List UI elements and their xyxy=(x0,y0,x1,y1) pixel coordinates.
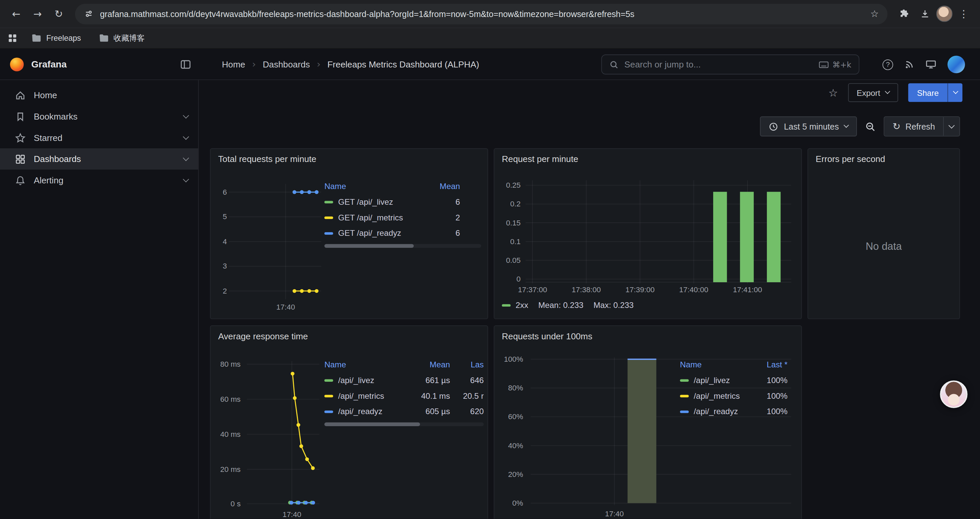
legend-header-mean[interactable]: Mean xyxy=(410,359,450,369)
avg-response-chart[interactable] xyxy=(247,361,319,506)
extensions-icon[interactable] xyxy=(894,4,914,24)
legend-header-mean[interactable]: Mean xyxy=(429,181,460,190)
folder-icon xyxy=(31,34,41,42)
legend-scrollbar[interactable] xyxy=(324,244,481,248)
x-tick: 17:41:00 xyxy=(725,285,769,294)
y-tick: 20% xyxy=(494,470,523,479)
clock-icon xyxy=(769,121,778,131)
chevron-down-icon[interactable] xyxy=(183,112,189,118)
breadcrumb-current: Freeleaps Metrics Dashboard (ALPHA) xyxy=(328,59,479,69)
sidebar-item-alerting[interactable]: Alerting xyxy=(0,170,198,191)
refresh-interval-dropdown[interactable] xyxy=(943,117,959,136)
bookmark-folder-freeleaps[interactable]: Freeleaps xyxy=(31,34,81,42)
share-button[interactable]: Share xyxy=(908,83,963,102)
y-tick: 60% xyxy=(494,412,523,421)
grafana-header: Grafana Home › Dashboards › Freeleaps Me… xyxy=(0,49,980,80)
forward-icon[interactable]: → xyxy=(27,4,48,24)
help-icon[interactable]: ? xyxy=(883,59,893,70)
zoom-out-button[interactable] xyxy=(865,117,876,137)
panel-title[interactable]: Errors per second xyxy=(816,154,885,164)
series-color-icon xyxy=(324,410,333,412)
y-tick: 0.15 xyxy=(494,219,521,227)
news-feed-icon[interactable] xyxy=(904,59,914,69)
y-tick: 2 xyxy=(210,287,227,295)
browser-profile-avatar[interactable] xyxy=(936,6,953,22)
breadcrumb-home[interactable]: Home xyxy=(222,59,245,69)
legend-row[interactable]: GET /api/_readyz 6 xyxy=(324,225,481,241)
sidebar-item-dashboards[interactable]: Dashboards xyxy=(0,148,198,170)
series-color-icon xyxy=(324,379,333,382)
dock-sidebar-icon[interactable] xyxy=(180,59,191,70)
share-dropdown-button[interactable] xyxy=(948,83,963,102)
favorite-star-icon[interactable]: ☆ xyxy=(829,86,838,99)
back-icon[interactable]: ← xyxy=(6,4,26,24)
panel-title[interactable]: Average response time xyxy=(218,331,308,341)
legend-row[interactable]: GET /api/_livez 6 xyxy=(324,194,481,210)
time-range-picker[interactable]: Last 5 minutes xyxy=(760,117,857,137)
y-tick: 3 xyxy=(210,262,227,270)
x-tick: 17:38:00 xyxy=(565,285,608,294)
user-avatar[interactable] xyxy=(948,56,965,73)
bookmarks-bar: Freeleaps 收藏博客 xyxy=(0,27,980,49)
legend-row[interactable]: /api/_livez 100% xyxy=(680,372,788,388)
chevron-down-icon[interactable] xyxy=(183,133,189,140)
y-tick: 0 xyxy=(494,275,521,284)
legend-row[interactable]: /api/_metrics 100% xyxy=(680,388,788,404)
legend-series-2xx[interactable]: 2xx xyxy=(502,300,528,310)
floating-chat-avatar[interactable] xyxy=(940,380,967,408)
y-tick: 0.05 xyxy=(494,256,521,265)
legend-header-last[interactable]: Las xyxy=(455,359,484,369)
bookmark-folder-blog[interactable]: 收藏博客 xyxy=(99,33,145,43)
legend-scrollbar[interactable] xyxy=(324,423,484,426)
legend-header-name[interactable]: Name xyxy=(324,181,424,190)
bookmark-label: 收藏博客 xyxy=(113,33,145,43)
sidebar-item-bookmarks[interactable]: Bookmarks xyxy=(0,106,198,127)
legend-row[interactable]: GET /api/_metrics 2 xyxy=(324,210,481,225)
sidebar: Home Bookmarks Starred Dashboards Alerti… xyxy=(0,80,199,519)
panel-title[interactable]: Requests under 100ms xyxy=(502,331,592,341)
export-button[interactable]: Export xyxy=(848,83,898,102)
legend-header-last[interactable]: Last * xyxy=(752,359,788,369)
legend-row[interactable]: /api/_livez 661 µs 646 xyxy=(324,372,484,388)
panel-title[interactable]: Request per minute xyxy=(502,154,578,164)
total-requests-chart[interactable] xyxy=(229,184,321,299)
chevron-down-icon xyxy=(843,123,849,128)
chevron-down-icon[interactable] xyxy=(183,155,189,161)
x-tick: 17:40 xyxy=(273,510,310,519)
legend-header: Name Mean Las xyxy=(324,356,484,372)
bell-icon xyxy=(15,175,26,186)
reload-icon[interactable]: ↻ xyxy=(49,4,69,24)
browser-menu-icon[interactable]: ⋮ xyxy=(954,4,974,24)
y-tick: 80% xyxy=(494,384,523,393)
legend-row[interactable]: /api/_readyz 100% xyxy=(680,404,788,420)
chevron-down-icon xyxy=(885,89,890,94)
search-input[interactable]: Search or jump to... ⌘+k xyxy=(601,54,859,75)
bookmark-label: Freeleaps xyxy=(46,34,81,42)
sidebar-item-home[interactable]: Home xyxy=(0,85,198,106)
refresh-button[interactable]: ↻Refresh xyxy=(884,117,960,137)
legend-row[interactable]: /api/_readyz 605 µs 620 xyxy=(324,404,484,420)
legend-header-name[interactable]: Name xyxy=(680,359,748,369)
breadcrumb-dashboards[interactable]: Dashboards xyxy=(263,59,310,69)
y-tick: 0.2 xyxy=(494,200,521,208)
site-info-icon[interactable] xyxy=(84,9,94,19)
x-tick: 17:40:00 xyxy=(672,285,716,294)
bookmark-icon xyxy=(15,111,26,122)
grafana-logo-icon[interactable] xyxy=(10,57,24,71)
legend-header-name[interactable]: Name xyxy=(324,359,405,369)
sidebar-item-starred[interactable]: Starred xyxy=(0,127,198,148)
downloads-icon[interactable] xyxy=(915,4,935,24)
request-per-minute-chart[interactable] xyxy=(526,180,791,284)
y-tick: 0.1 xyxy=(494,237,521,246)
apps-grid-icon[interactable] xyxy=(7,33,18,43)
url-bar[interactable]: grafana.mathmast.com/d/deytv4rwavabkb/fr… xyxy=(75,3,888,24)
series-color-icon xyxy=(324,216,333,219)
series-color-icon xyxy=(324,394,333,397)
legend-row[interactable]: /api/_metrics 40.1 ms 20.5 r xyxy=(324,388,484,404)
panel-title[interactable]: Total requests per minute xyxy=(218,154,317,164)
series-color-icon xyxy=(502,304,511,306)
bookmark-star-icon[interactable]: ☆ xyxy=(870,8,878,19)
chevron-down-icon[interactable] xyxy=(183,176,189,182)
display-icon[interactable] xyxy=(926,59,936,69)
url-text[interactable]: grafana.mathmast.com/d/deytv4rwavabkb/fr… xyxy=(100,9,864,18)
